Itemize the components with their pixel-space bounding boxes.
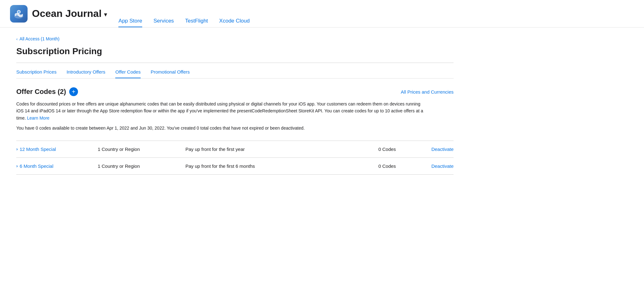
nav-tab-services[interactable]: Services	[153, 0, 174, 27]
page-title: Subscription Pricing	[16, 46, 454, 56]
add-offer-code-button[interactable]: +	[69, 87, 78, 96]
offer-region-1: 1 Country or Region	[98, 147, 185, 152]
sub-tab-subscription-prices[interactable]: Subscription Prices	[16, 69, 56, 78]
breadcrumb-link[interactable]: All Access (1 Month)	[19, 36, 60, 41]
nav-tab-xcode-cloud[interactable]: Xcode Cloud	[219, 0, 250, 27]
app-name-row[interactable]: Ocean Journal ▾	[32, 8, 107, 19]
offer-name-1[interactable]: 12 Month Special	[20, 147, 56, 152]
all-prices-currencies-link[interactable]: All Prices and Currencies	[401, 89, 454, 95]
deactivate-button-2[interactable]: Deactivate	[431, 163, 454, 169]
sub-tabs-nav: Subscription Prices Introductory Offers …	[16, 69, 454, 79]
offer-codes-description: Codes for discounted prices or free offe…	[16, 100, 423, 121]
nav-tab-testflight[interactable]: TestFlight	[185, 0, 208, 27]
offer-description-2: Pay up front for the first 6 months	[185, 163, 378, 169]
app-name: Ocean Journal	[32, 8, 101, 19]
sub-tab-promotional-offers[interactable]: Promotional Offers	[151, 69, 190, 78]
sub-tab-offer-codes[interactable]: Offer Codes	[115, 69, 141, 78]
breadcrumb: ‹ All Access (1 Month)	[16, 36, 454, 41]
offer-codes-count-2: 0 Codes	[378, 163, 416, 169]
offer-expand-chevron-icon-2[interactable]: ›	[16, 163, 18, 168]
offer-name-col-1: › 12 Month Special	[16, 147, 98, 152]
breadcrumb-chevron-icon: ‹	[16, 37, 18, 41]
offer-name-col-2: › 6 Month Special	[16, 163, 98, 169]
offer-codes-title: Offer Codes (2)	[16, 88, 66, 96]
main-content: ‹ All Access (1 Month) Subscription Pric…	[0, 28, 470, 190]
app-icon	[10, 5, 28, 23]
section-divider	[16, 63, 454, 63]
nav-tab-app-store[interactable]: App Store	[118, 0, 142, 27]
deactivate-button-1[interactable]: Deactivate	[431, 147, 454, 152]
offer-codes-header: Offer Codes (2) + All Prices and Currenc…	[16, 87, 454, 96]
offer-action-col-2: Deactivate	[416, 163, 454, 169]
offer-action-col-1: Deactivate	[416, 147, 454, 152]
main-nav: App Store Services TestFlight Xcode Clou…	[118, 0, 250, 27]
offer-row: › 6 Month Special 1 Country or Region Pa…	[16, 158, 454, 175]
offer-rows-container: › 12 Month Special 1 Country or Region P…	[16, 141, 454, 175]
offer-codes-count-1: 0 Codes	[378, 147, 416, 152]
chevron-down-icon: ▾	[104, 11, 107, 18]
svg-point-2	[18, 11, 20, 13]
offer-expand-chevron-icon-1[interactable]: ›	[16, 147, 18, 152]
offer-region-2: 1 Country or Region	[98, 163, 185, 169]
app-header: Ocean Journal ▾ App Store Services TestF…	[0, 0, 644, 28]
sub-tab-introductory-offers[interactable]: Introductory Offers	[66, 69, 105, 78]
offer-codes-title-row: Offer Codes (2) +	[16, 87, 78, 96]
learn-more-link[interactable]: Learn More	[27, 116, 49, 121]
offer-description-1: Pay up front for the first year	[185, 147, 378, 152]
availability-text: You have 0 codes available to create bet…	[16, 125, 454, 131]
offer-row: › 12 Month Special 1 Country or Region P…	[16, 141, 454, 158]
offer-name-2[interactable]: 6 Month Special	[20, 163, 54, 169]
